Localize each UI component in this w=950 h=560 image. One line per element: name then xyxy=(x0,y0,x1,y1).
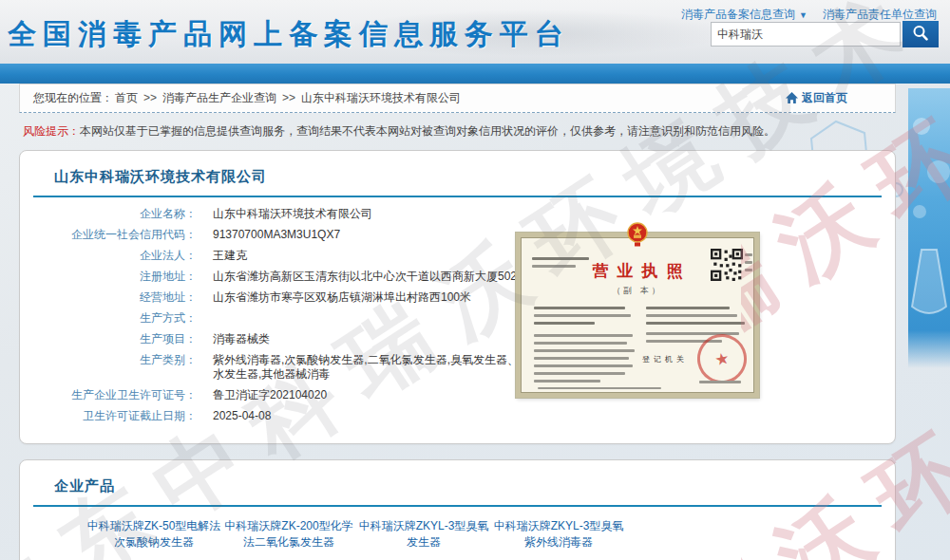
product-links: 中科瑞沃牌ZK-50型电解法次氯酸钠发生器中科瑞沃牌ZK-200型化学法二氧化氯… xyxy=(86,518,868,551)
breadcrumb: 您现在的位置：首页>>消毒产品生产企业查询>>山东中科瑞沃环境技术有限公司 返回… xyxy=(19,84,896,113)
field-label: 注册地址： xyxy=(47,270,197,284)
product-link[interactable]: 中科瑞沃牌ZK-50型电解法次氯酸钠发生器 xyxy=(86,518,221,551)
home-icon xyxy=(785,87,799,115)
field-value: 2025-04-08 xyxy=(213,409,271,423)
breadcrumb-separator: >> xyxy=(143,91,157,104)
product-link[interactable]: 中科瑞沃牌ZKYL-3型臭氧紫外线消毒器 xyxy=(491,518,626,551)
field-label: 生产企业卫生许可证号： xyxy=(47,388,197,402)
field-value: 91370700MA3M3U1QX7 xyxy=(213,228,340,242)
nav-link-record-info-query[interactable]: 消毒产品备案信息查询 xyxy=(681,8,795,21)
search-button[interactable] xyxy=(902,21,939,47)
primary-nav-bar xyxy=(0,64,950,84)
license-authority-label: 登记机关 xyxy=(642,354,688,364)
company-products-card: 企业产品 中科瑞沃牌ZK-50型电解法次氯酸钠发生器中科瑞沃牌ZK-200型化学… xyxy=(19,459,896,560)
qr-code xyxy=(711,249,743,281)
background-photo-strip xyxy=(908,88,950,330)
back-home-link[interactable]: 返回首页 xyxy=(785,84,847,115)
license-subtitle: （副 本） xyxy=(521,285,754,297)
risk-notice-label: 风险提示： xyxy=(23,124,80,138)
field-label: 企业名称： xyxy=(47,207,197,221)
page-header: 全国消毒产品网上备案信息服务平台 消毒产品备案信息查询▼消毒产品责任单位查询 xyxy=(0,0,950,64)
field-label: 卫生许可证截止日期： xyxy=(47,409,197,423)
field-value: 消毒器械类 xyxy=(213,332,270,346)
national-emblem-icon xyxy=(626,221,649,251)
nav-link-responsible-unit-query[interactable]: 消毒产品责任单位查询 xyxy=(823,8,937,21)
main-content: 您现在的位置：首页>>消毒产品生产企业查询>>山东中科瑞沃环境技术有限公司 返回… xyxy=(19,84,896,560)
company-info-card: 山东中科瑞沃环境技术有限公司 企业名称： 山东中科瑞沃环境技术有限公司 企业统一… xyxy=(19,150,896,444)
field-label: 企业统一社会信用代码： xyxy=(47,228,197,242)
product-link[interactable]: 中科瑞沃牌ZKYL-3型臭氧发生器 xyxy=(356,518,491,551)
field-row: 企业名称： 山东中科瑞沃环境技术有限公司 xyxy=(47,207,868,221)
search-input[interactable] xyxy=(711,22,901,47)
field-label: 企业法人： xyxy=(47,249,197,263)
field-row: 卫生许可证截止日期： 2025-04-08 xyxy=(47,409,868,423)
field-value: 紫外线消毒器,次氯酸钠发生器,二氧化氯发生器,臭氧发生器、臭氧水发生器,其他器械… xyxy=(213,353,542,382)
field-value: 山东省潍坊高新区玉清东街以北中心次干道以西商新大厦502房间 xyxy=(213,270,540,284)
company-title: 山东中科瑞沃环境技术有限公司 xyxy=(54,168,868,186)
license-left-column-lines xyxy=(534,302,638,387)
section-divider xyxy=(33,505,882,507)
search-area xyxy=(711,21,939,47)
breadcrumb-item[interactable]: 首页 xyxy=(115,91,138,104)
breadcrumb-item[interactable]: 消毒产品生产企业查询 xyxy=(162,91,276,104)
breadcrumb-prefix: 您现在的位置： xyxy=(33,91,113,104)
license-footer-lines xyxy=(538,383,661,394)
risk-notice-text: 本网站仅基于已掌握的信息提供查询服务，查询结果不代表本网站对被查询对象信用状况的… xyxy=(80,124,775,138)
field-label: 生产项目： xyxy=(47,332,197,346)
license-qr-caption-lines xyxy=(745,249,752,276)
breadcrumb-item: 山东中科瑞沃环境技术有限公司 xyxy=(301,91,461,104)
section-divider xyxy=(33,196,882,197)
product-link[interactable]: 中科瑞沃牌ZK-200型化学法二氧化氯发生器 xyxy=(221,518,356,551)
field-value: 鲁卫消证字202104020 xyxy=(213,388,327,402)
field-label: 经营地址： xyxy=(47,290,197,305)
field-value: 山东省潍坊市寒亭区双杨店镇湖淋埠出村路西100米 xyxy=(213,290,471,305)
license-date-lines xyxy=(699,376,741,388)
license-paper: 营业执照 （副 本） xyxy=(516,233,759,398)
field-value: 王建克 xyxy=(213,249,247,263)
search-icon xyxy=(911,31,930,46)
field-label: 生产方式： xyxy=(47,311,197,326)
field-value: 山东中科瑞沃环境技术有限公司 xyxy=(213,207,372,221)
breadcrumb-separator: >> xyxy=(282,91,295,104)
field-label: 生产类别： xyxy=(47,353,197,367)
products-title: 企业产品 xyxy=(54,477,868,495)
site-title: 全国消毒产品网上备案信息服务平台 xyxy=(8,15,570,54)
business-license-image: 营业执照 （副 本） xyxy=(516,221,759,398)
risk-notice: 风险提示：本网站仅基于已掌握的信息提供查询服务，查询结果不代表本网站对被查询对象… xyxy=(23,123,892,140)
chevron-down-icon: ▼ xyxy=(799,10,808,20)
